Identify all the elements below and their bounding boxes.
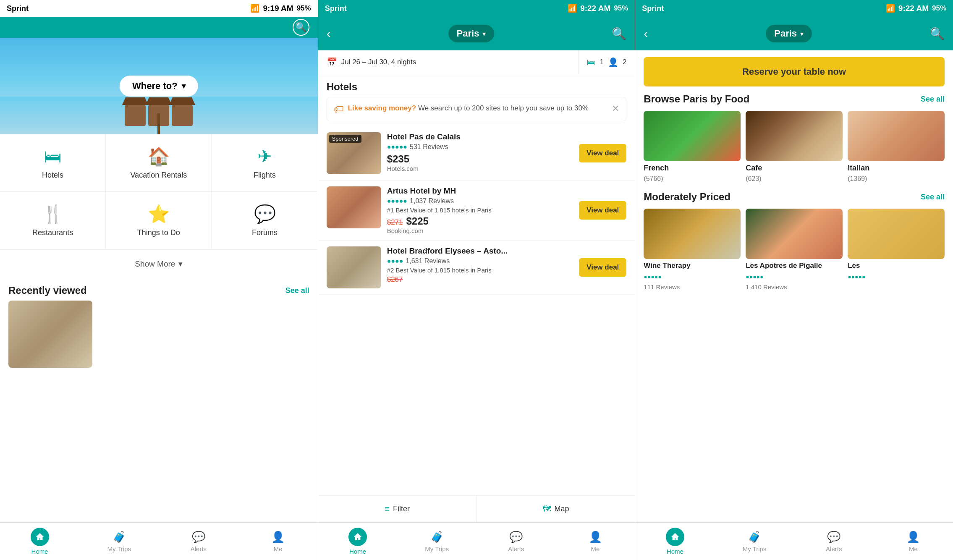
nav-home-3[interactable]: Home [635,528,715,555]
battery-3: 95% [932,4,946,13]
place-stars-0: ●●●●● [644,273,741,280]
map-button[interactable]: 🗺 Map [477,496,635,522]
category-vacation[interactable]: 🏠 Vacation Rentals [106,134,212,192]
nav-home-2[interactable]: Home [318,528,398,555]
hotel-card-0: Sponsored Hotel Pas de Calais ● ● ● ● ● … [318,126,635,181]
hotel-card-1: Artus Hotel by MH ● ● ● ● ● 1,037 Review… [318,181,635,241]
hotel-price-0: $235 [387,153,409,165]
hotel-name-1: Artus Hotel by MH [387,186,573,196]
back-button-3[interactable]: ‹ [644,26,648,41]
wifi-icon-2: 📶 [568,4,577,13]
hotel-name-2: Hotel Bradford Elysees – Asto... [387,246,573,256]
filter-icon: ≡ [385,504,390,514]
panel3-teal-header: ‹ Paris ▾ 🔍 [635,17,953,50]
nav-me-1[interactable]: 👤 Me [238,531,318,552]
search-button-2[interactable]: 🔍 [612,27,626,41]
wifi-icon-1: 📶 [250,4,259,13]
place-item-2[interactable]: Les ●●●●● [848,209,945,290]
category-grid: 🛏 Hotels 🏠 Vacation Rentals ✈ Flights 🍴 … [0,134,318,250]
person-icon: 👤 [608,57,618,67]
nav-alerts-3[interactable]: 💬 Alerts [794,531,874,552]
hotel-stars-1: ● ● ● ● ● 1,037 Reviews [387,197,573,205]
category-flights[interactable]: ✈ Flights [212,134,317,192]
guests-filter[interactable]: 🛏 1 👤 2 [579,50,635,74]
nav-mytrips-3[interactable]: 🧳 My Trips [715,531,794,552]
hotels-icon: 🛏 [44,147,62,167]
food-thumb-italian [848,111,945,161]
chevron-down-icon: ▾ [178,259,183,269]
me-icon-1: 👤 [271,531,285,544]
city-selector-2[interactable]: Paris ▾ [448,25,495,42]
food-name-french: French [644,164,741,173]
view-deal-button-1[interactable]: View deal [579,201,626,220]
where-to-button[interactable]: Where to? ▾ [120,76,198,97]
me-icon-2: 👤 [589,531,602,544]
browse-food-header: Browse Paris by Food See all [644,93,945,105]
filter-bar: 📅 Jul 26 – Jul 30, 4 nights 🛏 1 👤 2 [318,50,635,74]
hotel-original-price-1: $271 [387,218,403,227]
hotel-badge-1: #1 Best Value of 1,815 hotels in Paris [387,207,573,214]
food-item-italian[interactable]: Italian (1369) [848,111,945,183]
city-selector-3[interactable]: Paris ▾ [766,25,812,42]
place-thumb-2 [848,209,945,259]
home-icon-3 [666,528,684,546]
nav-alerts-2[interactable]: 💬 Alerts [476,531,556,552]
place-item-0[interactable]: Wine Therapy ●●●●● 111 Reviews [644,209,741,290]
status-bar-3: Sprint 📶 9:22 AM 95% [635,0,953,17]
nav-me-2[interactable]: 👤 Me [556,531,635,552]
things-label: Things to Do [137,228,180,237]
filter-button[interactable]: ≡ Filter [318,496,477,522]
savings-close-button[interactable]: ✕ [612,103,619,114]
category-restaurants[interactable]: 🍴 Restaurants [0,192,106,249]
search-button-3[interactable]: 🔍 [930,27,945,41]
hotel-badge-2: #2 Best Value of 1,815 hotels in Paris [387,267,573,274]
city-chevron-2: ▾ [482,30,486,38]
mytrips-icon-2: 🧳 [430,531,444,544]
show-more-button[interactable]: Show More ▾ [0,250,318,278]
place-reviews-0: 111 Reviews [644,283,741,290]
category-hotels[interactable]: 🛏 Hotels [0,134,106,192]
battery-1: 95% [297,4,311,13]
tag-icon: 🏷 [334,103,344,115]
carrier-2: Sprint [325,4,347,13]
savings-text: Like saving money? We search up to 200 s… [348,103,589,113]
reserve-table-button[interactable]: Reserve your table now [644,57,945,86]
category-forums[interactable]: 💬 Forums [212,192,317,249]
nav-me-3[interactable]: 👤 Me [874,531,953,552]
hotels-label: Hotels [42,171,63,180]
food-thumb-cafe [746,111,843,161]
moderate-section: Moderately Priced See all Wine Therapy ●… [635,191,953,299]
browse-food-see-all[interactable]: See all [921,95,945,104]
moderate-see-all[interactable]: See all [921,193,945,201]
date-filter[interactable]: 📅 Jul 26 – Jul 30, 4 nights [318,50,579,74]
alerts-icon-3: 💬 [827,531,840,544]
category-things[interactable]: ⭐ Things to Do [106,192,212,249]
search-button-1[interactable]: 🔍 [293,19,309,36]
battery-2: 95% [614,4,628,13]
hotel-thumb-0: Sponsored [327,132,381,174]
hotel-name-0: Hotel Pas de Calais [387,132,573,141]
panel1-header: 🔍 [0,17,318,38]
nav-home-1[interactable]: Home [0,528,79,555]
nav-mytrips-2[interactable]: 🧳 My Trips [397,531,476,552]
alerts-icon-2: 💬 [509,531,523,544]
nav-alerts-1[interactable]: 💬 Alerts [159,531,238,552]
view-deal-button-2[interactable]: View deal [579,258,626,277]
hotel-info-2: Hotel Bradford Elysees – Asto... ● ● ● ●… [387,246,573,284]
food-item-cafe[interactable]: Cafe (623) [746,111,843,183]
food-item-french[interactable]: French (5766) [644,111,741,183]
view-deal-button-0[interactable]: View deal [579,144,626,162]
place-stars-1: ●●●●● [746,273,843,280]
food-count-italian: (1369) [848,175,945,183]
forums-icon: 💬 [254,204,276,224]
place-item-1[interactable]: Les Apotres de Pigalle ●●●●● 1,410 Revie… [746,209,843,290]
bottom-nav-3: Home 🧳 My Trips 💬 Alerts 👤 Me [635,522,953,560]
carrier-1: Sprint [7,4,29,13]
nav-mytrips-1[interactable]: 🧳 My Trips [79,531,159,552]
me-icon-3: 👤 [906,531,920,544]
map-icon: 🗺 [542,504,551,514]
back-button-2[interactable]: ‹ [327,26,331,41]
alerts-icon-1: 💬 [192,531,205,544]
recently-viewed-see-all[interactable]: See all [285,286,309,295]
recently-viewed-item[interactable] [8,301,92,368]
